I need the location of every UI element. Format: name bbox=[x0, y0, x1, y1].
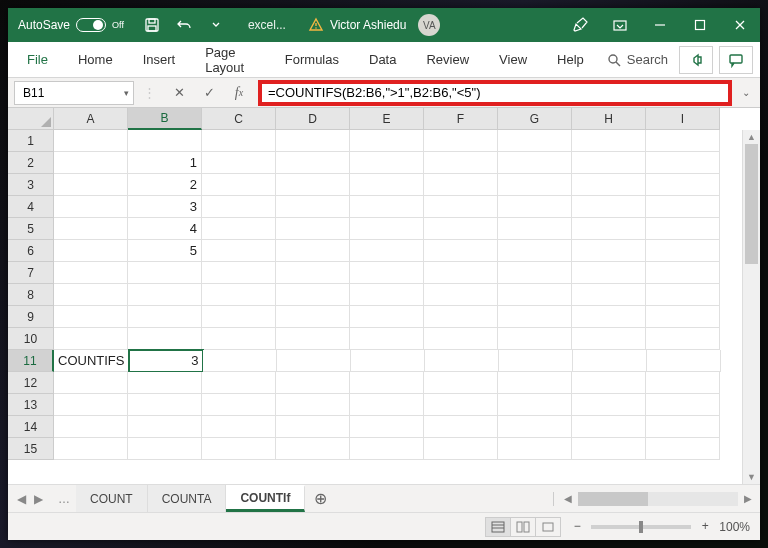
vertical-scrollbar[interactable]: ▲ ▼ bbox=[742, 130, 760, 484]
row-header[interactable]: 1 bbox=[8, 130, 54, 152]
ribbon-options-icon[interactable] bbox=[600, 8, 640, 42]
cell-e9[interactable] bbox=[350, 306, 424, 328]
formula-input[interactable]: =COUNTIFS(B2:B6,">1",B2:B6,"<5") bbox=[258, 80, 732, 106]
col-header-e[interactable]: E bbox=[350, 108, 424, 130]
cell-g9[interactable] bbox=[498, 306, 572, 328]
row-header[interactable]: 4 bbox=[8, 196, 54, 218]
new-sheet-button[interactable]: ⊕ bbox=[305, 485, 335, 512]
cell-a15[interactable] bbox=[54, 438, 128, 460]
row-header[interactable]: 12 bbox=[8, 372, 54, 394]
row-header[interactable]: 7 bbox=[8, 262, 54, 284]
cell-g4[interactable] bbox=[498, 196, 572, 218]
cell-f15[interactable] bbox=[424, 438, 498, 460]
cell-d8[interactable] bbox=[276, 284, 350, 306]
hscroll-left-icon[interactable]: ◀ bbox=[560, 493, 576, 504]
cell-c13[interactable] bbox=[202, 394, 276, 416]
sheets-overflow[interactable]: … bbox=[52, 485, 76, 512]
cell-h8[interactable] bbox=[572, 284, 646, 306]
cell-f7[interactable] bbox=[424, 262, 498, 284]
cell-g1[interactable] bbox=[498, 130, 572, 152]
sheet-prev-icon[interactable]: ◀ bbox=[14, 492, 29, 506]
cell-a2[interactable] bbox=[54, 152, 128, 174]
cell-e4[interactable] bbox=[350, 196, 424, 218]
cell-h1[interactable] bbox=[572, 130, 646, 152]
cell-a1[interactable] bbox=[54, 130, 128, 152]
cell-e12[interactable] bbox=[350, 372, 424, 394]
scroll-up-icon[interactable]: ▲ bbox=[743, 130, 760, 144]
cell-i7[interactable] bbox=[646, 262, 720, 284]
cell-f4[interactable] bbox=[424, 196, 498, 218]
comments-button[interactable] bbox=[719, 46, 753, 74]
cell-g14[interactable] bbox=[498, 416, 572, 438]
cell-c4[interactable] bbox=[202, 196, 276, 218]
cell-b8[interactable] bbox=[128, 284, 202, 306]
cell-b9[interactable] bbox=[128, 306, 202, 328]
horizontal-scrollbar[interactable]: ◀ ▶ bbox=[545, 485, 760, 512]
cell-h5[interactable] bbox=[572, 218, 646, 240]
cell-g11[interactable] bbox=[499, 350, 573, 372]
cell-g2[interactable] bbox=[498, 152, 572, 174]
scroll-thumb[interactable] bbox=[745, 144, 758, 264]
zoom-control[interactable]: − + 100% bbox=[569, 519, 750, 535]
cell-d14[interactable] bbox=[276, 416, 350, 438]
tab-page-layout[interactable]: Page Layout bbox=[190, 42, 270, 77]
cell-b12[interactable] bbox=[128, 372, 202, 394]
cell-g10[interactable] bbox=[498, 328, 572, 350]
cell-d11[interactable] bbox=[277, 350, 351, 372]
cell-a6[interactable] bbox=[54, 240, 128, 262]
cell-i14[interactable] bbox=[646, 416, 720, 438]
cell-a12[interactable] bbox=[54, 372, 128, 394]
cell-b15[interactable] bbox=[128, 438, 202, 460]
tab-formulas[interactable]: Formulas bbox=[270, 42, 354, 77]
cell-g5[interactable] bbox=[498, 218, 572, 240]
search-button[interactable]: Search bbox=[599, 42, 676, 77]
cell-e15[interactable] bbox=[350, 438, 424, 460]
cell-f10[interactable] bbox=[424, 328, 498, 350]
cell-i8[interactable] bbox=[646, 284, 720, 306]
row-header[interactable]: 14 bbox=[8, 416, 54, 438]
row-header[interactable]: 15 bbox=[8, 438, 54, 460]
view-page-break-button[interactable] bbox=[535, 517, 561, 537]
cell-d4[interactable] bbox=[276, 196, 350, 218]
zoom-slider[interactable] bbox=[591, 525, 691, 529]
cell-e13[interactable] bbox=[350, 394, 424, 416]
cell-b3[interactable]: 2 bbox=[128, 174, 202, 196]
cell-d9[interactable] bbox=[276, 306, 350, 328]
cell-e8[interactable] bbox=[350, 284, 424, 306]
cell-b11[interactable]: 3 bbox=[129, 350, 203, 372]
sheet-tab-countif[interactable]: COUNTIf bbox=[226, 485, 305, 512]
cell-g3[interactable] bbox=[498, 174, 572, 196]
cell-e1[interactable] bbox=[350, 130, 424, 152]
row-header[interactable]: 5 bbox=[8, 218, 54, 240]
cell-d1[interactable] bbox=[276, 130, 350, 152]
cell-g12[interactable] bbox=[498, 372, 572, 394]
cell-h15[interactable] bbox=[572, 438, 646, 460]
cell-f11[interactable] bbox=[425, 350, 499, 372]
cell-a3[interactable] bbox=[54, 174, 128, 196]
cell-f14[interactable] bbox=[424, 416, 498, 438]
tab-home[interactable]: Home bbox=[63, 42, 128, 77]
cell-b5[interactable]: 4 bbox=[128, 218, 202, 240]
fx-button[interactable]: fx bbox=[224, 81, 254, 105]
cell-h13[interactable] bbox=[572, 394, 646, 416]
cell-i9[interactable] bbox=[646, 306, 720, 328]
cell-g15[interactable] bbox=[498, 438, 572, 460]
cell-g6[interactable] bbox=[498, 240, 572, 262]
sheet-next-icon[interactable]: ▶ bbox=[31, 492, 46, 506]
cell-a13[interactable] bbox=[54, 394, 128, 416]
cell-c10[interactable] bbox=[202, 328, 276, 350]
row-header[interactable]: 9 bbox=[8, 306, 54, 328]
cell-h10[interactable] bbox=[572, 328, 646, 350]
sheet-nav[interactable]: ◀ ▶ bbox=[8, 485, 52, 512]
avatar[interactable]: VA bbox=[418, 14, 440, 36]
view-normal-button[interactable] bbox=[485, 517, 511, 537]
col-header-g[interactable]: G bbox=[498, 108, 572, 130]
cell-b1[interactable] bbox=[128, 130, 202, 152]
cell-h11[interactable] bbox=[573, 350, 647, 372]
tab-review[interactable]: Review bbox=[411, 42, 484, 77]
cell-h3[interactable] bbox=[572, 174, 646, 196]
cell-e11[interactable] bbox=[351, 350, 425, 372]
cell-d13[interactable] bbox=[276, 394, 350, 416]
cell-f6[interactable] bbox=[424, 240, 498, 262]
cell-d15[interactable] bbox=[276, 438, 350, 460]
